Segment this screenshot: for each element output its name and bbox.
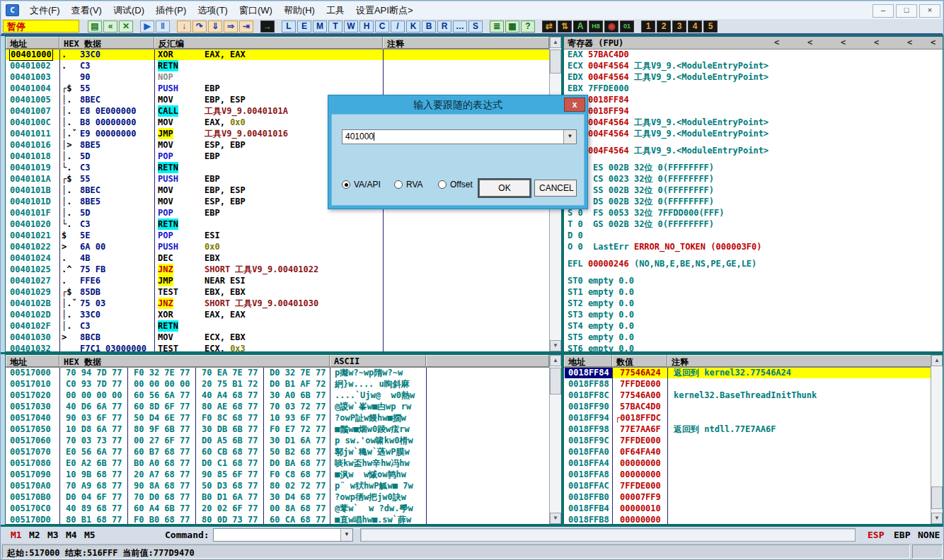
options-icon[interactable]: ≣ bbox=[490, 21, 504, 33]
desktop-5-icon[interactable]: 5 bbox=[703, 21, 718, 33]
radio-va-api[interactable]: VA/API bbox=[342, 180, 381, 189]
stack-row[interactable]: 0018FFA400000000 bbox=[565, 457, 931, 469]
column-header-3[interactable] bbox=[426, 355, 549, 367]
collapse-arrow-icon[interactable]: < bbox=[874, 37, 879, 47]
register-row[interactable]: ST6 empty 0.0 bbox=[564, 343, 943, 352]
column-header-2[interactable]: 注释 bbox=[667, 355, 931, 367]
register-row[interactable]: ESI 004F4564 工具V9_9.<ModuleEntryPoint> bbox=[564, 117, 943, 128]
cancel-button[interactable]: CANCEL bbox=[534, 180, 577, 197]
minimize-button[interactable]: – bbox=[873, 4, 894, 18]
menu-item-2[interactable]: 调试(D) bbox=[108, 2, 150, 19]
disasm-row[interactable]: 00401024.4BDECEBX bbox=[6, 252, 549, 264]
stack-row[interactable]: 0018FF887FFDE000 bbox=[565, 378, 931, 390]
menu-item-0[interactable]: 文件(F) bbox=[24, 2, 66, 19]
disasm-row[interactable]: 00401029┌$85DBTESTEBX, EBX bbox=[6, 286, 549, 298]
register-row[interactable]: EBX 7FFDE000 bbox=[564, 83, 943, 94]
ok-button[interactable]: OK bbox=[479, 180, 530, 197]
register-row[interactable]: A 0 SS 002B 32位 0(FFFFFFFF) bbox=[564, 185, 943, 196]
scroll-thumb[interactable] bbox=[550, 49, 561, 74]
register-row[interactable]: ECX 004F4564 工具V9_9.<ModuleEntryPoint> bbox=[564, 60, 943, 71]
register-row[interactable]: EBP 0018FF94 bbox=[564, 105, 943, 117]
stack-row[interactable]: 0018FFAC7FFDE000 bbox=[565, 480, 931, 491]
tab-m4[interactable]: M4 bbox=[66, 530, 77, 540]
column-header-2[interactable]: ASCII bbox=[330, 355, 426, 367]
register-row[interactable]: EDX 004F4564 工具V9_9.<ModuleEntryPoint> bbox=[564, 71, 943, 83]
stack-row[interactable]: 0018FF8C77546A00kernel32.BaseThreadInitT… bbox=[565, 390, 931, 401]
column-header-3[interactable]: 注释 bbox=[383, 37, 549, 49]
menu-item-4[interactable]: 选项(T) bbox=[192, 2, 234, 19]
register-row[interactable]: ST4 empty 0.0 bbox=[564, 320, 943, 332]
execute-till-return-icon[interactable]: ⇥ bbox=[239, 21, 253, 33]
close-program-icon[interactable]: ✕ bbox=[119, 21, 133, 33]
stack-row[interactable]: 0018FFA800000000 bbox=[565, 469, 931, 480]
close-button[interactable]: × bbox=[919, 4, 940, 18]
dump-row[interactable]: 0051705010 D8 6A 7780 9F 6B 7730 DB 6B 7… bbox=[6, 424, 549, 435]
scroll-down-icon[interactable]: ▼ bbox=[550, 340, 561, 351]
disasm-row[interactable]: 0040102F│.C3RETN bbox=[6, 320, 549, 332]
disasm-row[interactable]: 0040100390NOP bbox=[6, 71, 549, 83]
stack-row[interactable]: 0018FF8477546A24返回到 kernel32.77546A24 bbox=[565, 367, 931, 378]
restart-icon[interactable]: « bbox=[103, 21, 117, 33]
chevron-down-icon[interactable]: ▼ bbox=[563, 130, 576, 144]
stack-row[interactable]: 0018FFB400000010 bbox=[565, 503, 931, 514]
register-row[interactable]: S 0 FS 0053 32位 7FFDD000(FFF) bbox=[564, 207, 943, 218]
register-row[interactable]: P 1 CS 0023 32位 0(FFFFFFFF) bbox=[564, 173, 943, 185]
menu-item-8[interactable]: 设置API断点> bbox=[350, 2, 419, 19]
disasm-row[interactable]: 0040102B│.ˇ75 03JNZSHORT 工具V9_9.00401030 bbox=[6, 298, 549, 309]
radio-rva[interactable]: RVA bbox=[394, 180, 423, 189]
dump-row[interactable]: 005170D080 B1 68 77F0 B0 68 7780 0D 73 7… bbox=[6, 514, 549, 525]
collapse-arrow-icon[interactable]: < bbox=[841, 37, 846, 47]
call-stack-icon[interactable]: K bbox=[406, 21, 420, 33]
goto-address-icon[interactable]: → bbox=[260, 21, 275, 33]
dump-row[interactable]: 0051704090 03 6F 7750 D4 6E 77F0 8C 68 7… bbox=[6, 412, 549, 424]
restore-button[interactable]: □ bbox=[896, 4, 917, 18]
disasm-row[interactable]: 00401020└.C3RETN bbox=[6, 218, 549, 230]
tab-m2[interactable]: M2 bbox=[29, 530, 40, 540]
dump-row[interactable]: 0051709010 9B 68 7720 A7 68 7790 85 6F 7… bbox=[6, 469, 549, 480]
references-icon[interactable]: R bbox=[437, 21, 451, 33]
column-header-1[interactable]: HEX 数据 bbox=[59, 37, 154, 49]
register-row[interactable]: EFL 00000246 (NO,NB,E,BE,NS,PE,GE,LE) bbox=[564, 258, 943, 269]
stack-row[interactable]: 0018FFB000007FF9 bbox=[565, 491, 931, 503]
register-row[interactable]: EAX 57BAC4D0 bbox=[564, 49, 943, 60]
column-header-0[interactable]: 地址 bbox=[6, 355, 59, 367]
column-header-1[interactable]: HEX 数据 bbox=[59, 355, 330, 367]
appearance-icon[interactable]: ▦ bbox=[505, 21, 519, 33]
windows-icon[interactable]: W bbox=[344, 21, 358, 33]
collapse-arrow-icon[interactable]: < bbox=[907, 37, 912, 47]
tab-m1[interactable]: M1 bbox=[11, 530, 22, 540]
tab-m5[interactable]: M5 bbox=[84, 530, 96, 540]
dump-row[interactable]: 0051706070 03 73 7700 27 6F 77D0 A5 6B 7… bbox=[6, 435, 549, 446]
disasm-row[interactable]: 00401022>6A 00PUSH0x0 bbox=[6, 241, 549, 252]
scroll-thumb[interactable] bbox=[931, 486, 943, 509]
disasm-row[interactable]: 00401025.^75 FBJNZSHORT 工具V9_9.00401022 bbox=[6, 264, 549, 275]
disasm-row[interactable]: 00401000.33C0XOREAX, EAX bbox=[6, 49, 549, 60]
disasm-row[interactable]: 00401002.C3RETN bbox=[6, 60, 549, 71]
desktop-1-icon[interactable]: 1 bbox=[641, 21, 655, 33]
target-icon[interactable]: ◉ bbox=[604, 21, 618, 33]
register-row[interactable]: EIP 004F4564 工具V9_9.<ModuleEntryPoint> bbox=[564, 145, 943, 156]
register-row[interactable]: ST2 empty 0.0 bbox=[564, 298, 943, 309]
collapse-arrow-icon[interactable]: < bbox=[774, 37, 779, 47]
disasm-row[interactable]: 00401004┌$55PUSHEBP bbox=[6, 83, 549, 94]
collapse-arrow-icon[interactable]: < bbox=[931, 37, 936, 47]
radio-offset[interactable]: Offset bbox=[438, 180, 473, 189]
dump-row[interactable]: 00517070E0 56 6A 7760 B7 68 7760 CB 68 7… bbox=[6, 446, 549, 457]
expression-input[interactable]: 401000 ▼ bbox=[342, 129, 577, 144]
register-row[interactable]: ST1 empty 0.0 bbox=[564, 286, 943, 298]
animate-over-icon[interactable]: ⇒ bbox=[224, 21, 238, 33]
disasm-row[interactable]: 0040102D│.33C0XOREAX, EAX bbox=[6, 309, 549, 320]
disasm-row[interactable]: 00401027.FFE6JMPNEAR ESI bbox=[6, 275, 549, 286]
executables-icon[interactable]: E bbox=[297, 21, 311, 33]
disasm-row[interactable]: 00401032F7C1 03000000TESTECX, 0x3 bbox=[6, 343, 549, 352]
stack-row[interactable]: 0018FF9057BAC4D0 bbox=[565, 401, 931, 412]
register-row[interactable]: ST3 empty 0.0 bbox=[564, 309, 943, 320]
help-icon[interactable]: ? bbox=[521, 21, 535, 33]
stack-row[interactable]: 0018FFB800000000 bbox=[565, 514, 931, 525]
threads-icon[interactable]: T bbox=[328, 21, 343, 33]
memory-map-icon[interactable]: M bbox=[313, 21, 327, 33]
register-row[interactable]: O 0 LastErr ERROR_NO_TOKEN (000003F0) bbox=[564, 241, 943, 252]
dump-row[interactable]: 005170C040 89 68 7760 A4 6B 7720 02 6F 7… bbox=[6, 503, 549, 514]
source-icon[interactable]: S bbox=[468, 21, 483, 33]
dump-row[interactable]: 0051702000 00 00 0060 56 6A 7740 A4 68 7… bbox=[6, 390, 549, 401]
